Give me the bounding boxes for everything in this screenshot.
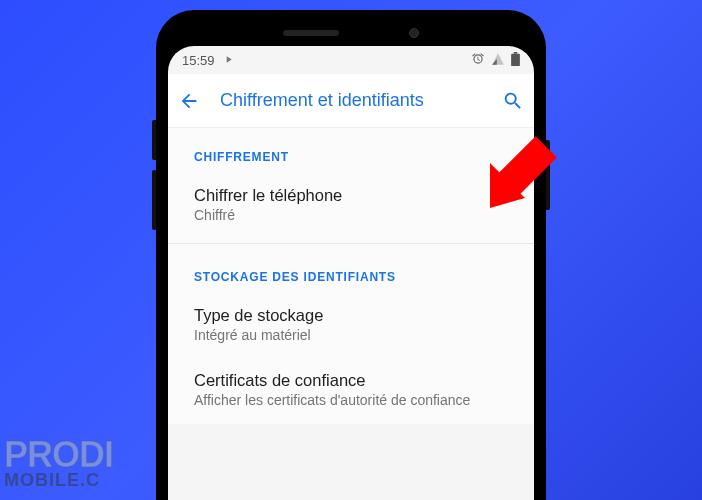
- setting-subtitle: Intégré au matériel: [194, 327, 514, 343]
- setting-encrypt-phone[interactable]: Chiffrer le téléphone Chiffré: [168, 174, 534, 239]
- divider: [168, 243, 534, 244]
- setting-title: Chiffrer le téléphone: [194, 186, 514, 205]
- volume-down-button: [152, 170, 156, 230]
- alarm-icon: [471, 52, 485, 69]
- watermark-line2: MOBILE.C: [4, 472, 113, 488]
- section-header-encryption: CHIFFREMENT: [168, 128, 534, 174]
- back-button[interactable]: [178, 90, 200, 112]
- signal-icon: [491, 52, 505, 69]
- section-header-credentials: STOCKAGE DES IDENTIFIANTS: [168, 248, 534, 294]
- search-button[interactable]: [502, 90, 524, 112]
- phone-frame: 15:59 Chiffrement et id: [156, 10, 546, 500]
- front-camera: [409, 28, 419, 38]
- setting-subtitle: Chiffré: [194, 207, 514, 223]
- setting-subtitle: Afficher les certificats d'autorité de c…: [194, 392, 514, 408]
- phone-screen: 15:59 Chiffrement et id: [168, 46, 534, 500]
- svg-rect-0: [511, 53, 520, 65]
- play-store-icon: [223, 53, 234, 68]
- settings-content: CHIFFREMENT Chiffrer le téléphone Chiffr…: [168, 128, 534, 424]
- setting-title: Certificats de confiance: [194, 371, 514, 390]
- page-title: Chiffrement et identifiants: [220, 90, 482, 111]
- status-bar: 15:59: [168, 46, 534, 74]
- setting-trusted-certs[interactable]: Certificats de confiance Afficher les ce…: [168, 359, 534, 424]
- svg-rect-1: [514, 52, 518, 54]
- setting-title: Type de stockage: [194, 306, 514, 325]
- watermark-line1: PRODI: [4, 439, 113, 471]
- earpiece: [283, 30, 339, 36]
- phone-notch: [168, 20, 534, 46]
- battery-icon: [511, 52, 520, 69]
- volume-up-button: [152, 120, 156, 160]
- status-time: 15:59: [182, 53, 215, 68]
- setting-storage-type[interactable]: Type de stockage Intégré au matériel: [168, 294, 534, 359]
- watermark: PRODI MOBILE.C: [4, 439, 113, 488]
- power-button: [546, 140, 550, 210]
- app-bar: Chiffrement et identifiants: [168, 74, 534, 128]
